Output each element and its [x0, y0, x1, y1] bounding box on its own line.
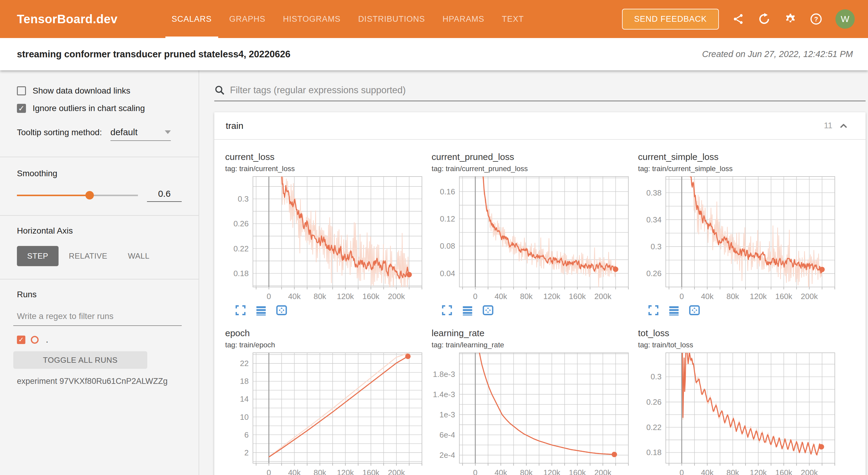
- run-name: .: [46, 335, 48, 345]
- svg-text:80k: 80k: [520, 468, 533, 475]
- fit-domain-icon[interactable]: [482, 304, 494, 317]
- svg-text:40k: 40k: [288, 292, 301, 301]
- fit-domain-icon[interactable]: [688, 304, 701, 317]
- horizontal-axis-toggle: STEPRELATIVEWALL: [17, 246, 182, 266]
- svg-text:2: 2: [245, 448, 249, 457]
- svg-text:120k: 120k: [750, 292, 767, 301]
- scalar-line-chart[interactable]: 2610141822040k80k120k160k200k: [225, 350, 424, 475]
- toggle-all-runs-button[interactable]: TOGGLE ALL RUNS: [13, 351, 147, 369]
- svg-text:0.18: 0.18: [646, 448, 661, 457]
- svg-text:18: 18: [240, 377, 249, 386]
- tab-graphs[interactable]: GRAPHS: [221, 0, 274, 38]
- collapse-chevron-icon[interactable]: [838, 121, 849, 131]
- svg-text:0.3: 0.3: [651, 372, 661, 381]
- train-chart-count: 11: [824, 121, 832, 130]
- svg-text:14: 14: [240, 394, 249, 404]
- svg-text:0.3: 0.3: [651, 242, 661, 251]
- train-section-card: train 11 current_loss tag: train/current…: [214, 112, 866, 475]
- svg-text:0.38: 0.38: [646, 188, 661, 197]
- scalar-line-chart[interactable]: 2e-46e-41e-31.4e-31.8e-3040k80k120k160k2…: [432, 350, 631, 475]
- brand-logo[interactable]: TensorBoard.dev: [17, 12, 118, 26]
- scalar-chart-card: tot_loss tag: train/tot_loss 0.180.220.2…: [632, 323, 837, 475]
- scalar-line-chart[interactable]: 0.260.30.340.38040k80k120k160k200k: [638, 174, 837, 302]
- scalars-main: train 11 current_loss tag: train/current…: [199, 70, 868, 475]
- svg-text:40k: 40k: [701, 292, 714, 301]
- tooltip-sorting-select[interactable]: default: [111, 127, 171, 141]
- chart-tag: tag: train/current_pruned_loss: [432, 164, 630, 173]
- expand-chart-icon[interactable]: [441, 304, 453, 317]
- axis-option-step[interactable]: STEP: [17, 246, 59, 266]
- avatar[interactable]: W: [835, 9, 855, 29]
- svg-text:0.34: 0.34: [646, 215, 661, 224]
- svg-text:10: 10: [240, 413, 249, 421]
- tooltip-sorting-value: default: [111, 127, 137, 137]
- svg-text:160k: 160k: [775, 468, 793, 475]
- svg-text:0.18: 0.18: [233, 269, 249, 278]
- horizontal-axis-label: Horizontal Axis: [17, 226, 182, 236]
- svg-text:40k: 40k: [494, 468, 507, 475]
- run-checkbox[interactable]: ✓: [17, 336, 25, 344]
- settings-icon[interactable]: [783, 12, 797, 26]
- scalar-chart-card: learning_rate tag: train/learning_rate 2…: [426, 323, 630, 475]
- svg-text:80k: 80k: [314, 468, 327, 475]
- axis-option-wall[interactable]: WALL: [118, 246, 160, 266]
- tab-text[interactable]: TEXT: [493, 0, 533, 38]
- run-color-swatch: [31, 336, 39, 344]
- ignore-outliers-checkbox-row[interactable]: ✓ Ignore outliers in chart scaling: [17, 103, 182, 113]
- filter-tags-row: [214, 85, 866, 101]
- svg-text:80k: 80k: [726, 468, 739, 475]
- tab-hparams[interactable]: HPARAMS: [434, 0, 493, 38]
- toggle-y-axis-icon[interactable]: [668, 304, 680, 317]
- smoothing-slider-thumb[interactable]: [85, 191, 94, 199]
- svg-text:120k: 120k: [750, 468, 767, 475]
- search-icon: [214, 85, 225, 96]
- nav-tabs: SCALARSGRAPHSHISTOGRAMSDISTRIBUTIONSHPAR…: [163, 0, 533, 38]
- svg-text:0: 0: [267, 292, 271, 301]
- show-download-links-checkbox-row[interactable]: Show data download links: [17, 86, 182, 96]
- expand-chart-icon[interactable]: [234, 304, 247, 317]
- svg-text:80k: 80k: [314, 292, 327, 301]
- scalar-line-chart[interactable]: 0.180.220.260.3040k80k120k160k200k: [225, 174, 424, 302]
- created-timestamp: Created on Jun 27, 2022, 12:42:51 PM: [702, 49, 853, 59]
- svg-text:160k: 160k: [569, 468, 586, 475]
- smoothing-slider[interactable]: [17, 195, 138, 196]
- tab-scalars[interactable]: SCALARS: [163, 0, 221, 38]
- show-download-links-checkbox[interactable]: [17, 86, 26, 95]
- chart-title: current_loss: [225, 152, 424, 162]
- toggle-y-axis-icon[interactable]: [255, 304, 268, 317]
- runs-regex-input[interactable]: [13, 310, 182, 326]
- svg-text:160k: 160k: [775, 292, 793, 301]
- scalar-line-chart[interactable]: 0.180.220.260.3040k80k120k160k200k: [638, 350, 837, 475]
- svg-text:40k: 40k: [494, 292, 507, 301]
- share-icon[interactable]: [732, 12, 745, 26]
- chart-tag: tag: train/current_simple_loss: [638, 164, 837, 173]
- chevron-down-icon: [165, 130, 171, 134]
- toggle-y-axis-icon[interactable]: [461, 304, 474, 317]
- chart-tag: tag: train/tot_loss: [638, 341, 837, 349]
- svg-text:0.08: 0.08: [440, 242, 455, 251]
- filter-tags-input[interactable]: [230, 85, 866, 96]
- fit-domain-icon[interactable]: [275, 304, 288, 317]
- chart-tag: tag: train/epoch: [225, 341, 424, 349]
- svg-text:0.22: 0.22: [646, 423, 661, 432]
- tab-distributions[interactable]: DISTRIBUTIONS: [349, 0, 434, 38]
- tab-histograms[interactable]: HISTOGRAMS: [274, 0, 349, 38]
- svg-text:0.26: 0.26: [233, 219, 249, 228]
- refresh-icon[interactable]: [757, 12, 771, 26]
- scalar-chart-card: current_loss tag: train/current_loss 0.1…: [220, 147, 424, 317]
- svg-text:120k: 120k: [543, 292, 560, 301]
- run-list-item[interactable]: ✓ .: [17, 335, 182, 345]
- scalar-line-chart[interactable]: 0.040.080.120.16040k80k120k160k200k: [432, 174, 631, 302]
- expand-chart-icon[interactable]: [647, 304, 660, 317]
- ignore-outliers-checkbox[interactable]: ✓: [17, 104, 26, 113]
- send-feedback-button[interactable]: SEND FEEDBACK: [622, 9, 719, 30]
- axis-option-relative[interactable]: RELATIVE: [59, 246, 118, 266]
- svg-text:120k: 120k: [337, 292, 354, 301]
- svg-text:?: ?: [814, 15, 818, 23]
- svg-text:6: 6: [245, 430, 249, 439]
- page-title: streaming conformer transducer pruned st…: [17, 49, 290, 60]
- help-icon[interactable]: ?: [809, 12, 823, 26]
- train-section-header[interactable]: train 11: [214, 112, 866, 139]
- smoothing-value[interactable]: 0.6: [147, 189, 182, 202]
- svg-text:80k: 80k: [726, 292, 739, 301]
